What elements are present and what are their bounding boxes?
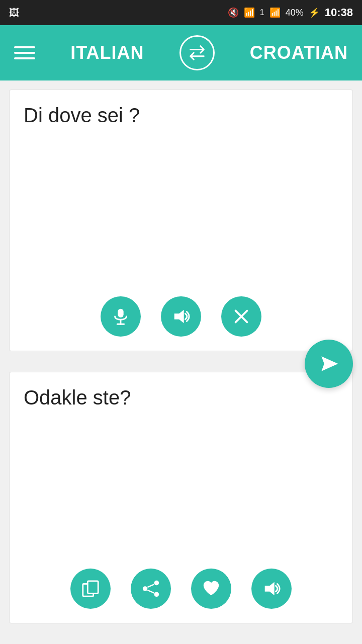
- svg-point-9: [154, 581, 159, 586]
- target-language[interactable]: CROATIAN: [250, 42, 348, 63]
- output-action-bar: [10, 559, 352, 623]
- svg-line-12: [147, 584, 154, 587]
- menu-button[interactable]: [14, 46, 35, 59]
- source-text-input[interactable]: [10, 90, 352, 287]
- input-panel: [9, 90, 353, 351]
- menu-line-3: [14, 57, 35, 59]
- heart-icon: [202, 579, 221, 598]
- microphone-icon: [111, 307, 130, 326]
- output-panel: Odakle ste?: [9, 372, 353, 623]
- share-button[interactable]: [131, 569, 171, 609]
- clock: 10:38: [325, 6, 353, 19]
- swap-icon: [187, 43, 207, 63]
- clear-icon: [232, 307, 251, 326]
- menu-line-2: [14, 52, 35, 54]
- send-icon: [318, 353, 340, 375]
- source-language[interactable]: ITALIAN: [70, 42, 144, 63]
- signal-icon: 📶: [269, 7, 281, 18]
- output-panel-wrapper: Odakle ste?: [0, 363, 362, 644]
- clear-input-button[interactable]: [221, 296, 261, 337]
- translate-button[interactable]: [305, 340, 353, 388]
- status-bar: 🖼 🔇 📶 1 📶 40% ⚡ 10:38: [0, 0, 362, 25]
- svg-rect-8: [87, 581, 98, 594]
- microphone-button[interactable]: [101, 296, 141, 337]
- wifi-icon: 📶: [244, 7, 255, 18]
- translate-button-wrapper: [305, 340, 353, 388]
- toolbar: ITALIAN CROATIAN: [0, 25, 362, 80]
- main-content: Odakle ste?: [0, 80, 362, 644]
- svg-point-10: [154, 592, 159, 597]
- speaker-icon: [171, 307, 191, 326]
- svg-point-11: [143, 586, 148, 591]
- swap-languages-button[interactable]: [179, 35, 215, 70]
- input-panel-wrapper: [0, 80, 362, 363]
- svg-marker-14: [265, 582, 275, 596]
- translated-text: Odakle ste?: [10, 372, 352, 559]
- speak-input-button[interactable]: [161, 296, 201, 337]
- input-action-bar: [10, 287, 352, 351]
- screenshot-icon: 🖼: [9, 7, 19, 18]
- muted-icon: 🔇: [228, 7, 239, 18]
- speak-output-icon: [262, 579, 281, 598]
- share-icon: [141, 579, 160, 598]
- copy-icon: [81, 579, 100, 598]
- svg-marker-6: [321, 356, 338, 371]
- svg-rect-0: [118, 309, 123, 317]
- copy-button[interactable]: [70, 569, 111, 609]
- battery-indicator: 40%: [286, 8, 304, 18]
- svg-line-13: [147, 590, 154, 593]
- favorite-button[interactable]: [191, 569, 231, 609]
- menu-line-1: [14, 46, 35, 48]
- svg-marker-3: [174, 310, 184, 324]
- charging-icon: ⚡: [309, 7, 320, 18]
- sim-icon: 1: [260, 8, 264, 17]
- speak-output-button[interactable]: [251, 569, 292, 609]
